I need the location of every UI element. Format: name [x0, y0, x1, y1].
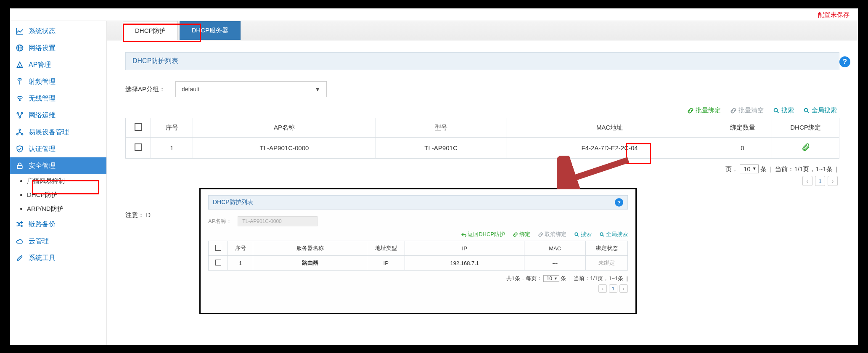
ap-group-select[interactable]: default ▼ [175, 81, 327, 97]
ov-pager-status: 当前：1/1页，1~1条 [574, 275, 623, 281]
svg-point-4 [19, 100, 21, 101]
ov-col-server: 服务器名称 [253, 241, 367, 256]
nav-security-mgmt[interactable]: 安全管理 [10, 157, 106, 174]
bulk-clear-button[interactable]: 批量清空 [730, 106, 764, 114]
nav-label: 系统状态 [29, 27, 56, 36]
tools-icon [15, 253, 24, 263]
per-page-select[interactable]: 10 [740, 165, 759, 173]
table-header-row: 序号 AP名称 型号 MAC地址 绑定数量 DHCP绑定 [126, 118, 839, 138]
nav-rf-mgmt[interactable]: 射频管理 [10, 73, 106, 90]
svg-point-7 [19, 117, 20, 118]
nav-system-tools[interactable]: 系统工具 [10, 249, 106, 266]
sidebar: 系统状态 网络设置 AP管理 射频管理 [10, 21, 107, 345]
ov-col-mac: MAC [524, 241, 586, 256]
search-button[interactable]: 搜索 [773, 106, 794, 114]
ov-col-status: 绑定状态 [586, 241, 628, 256]
svg-point-8 [19, 129, 20, 130]
action-label: 批量清空 [738, 106, 764, 114]
ov-pager-prev[interactable]: ‹ [598, 284, 607, 293]
nav-label: 链路备份 [29, 220, 56, 229]
col-mac: MAC地址 [506, 118, 713, 138]
tab-dhcp-server[interactable]: DHCP服务器 [180, 21, 241, 40]
unlink-icon [730, 107, 737, 114]
ov-pager-next[interactable]: › [619, 284, 628, 293]
cell-apname: TL-AP901C-0000 [193, 138, 376, 159]
search-globe-icon [599, 232, 605, 237]
cloud-icon [15, 236, 24, 246]
tab-dhcp-protect[interactable]: DHCP防护 [123, 21, 178, 40]
svg-point-6 [21, 112, 22, 114]
overlay-apname-label: AP名称： [208, 218, 232, 225]
ap-table: 序号 AP名称 型号 MAC地址 绑定数量 DHCP绑定 1 TL-AP901 [125, 118, 839, 159]
nav-ap-mgmt[interactable]: AP管理 [10, 56, 106, 73]
nav-cloud-mgmt[interactable]: 云管理 [10, 233, 106, 249]
pager-page-1[interactable]: 1 [815, 176, 825, 186]
bulk-bind-button[interactable]: 批量绑定 [687, 106, 721, 114]
overlay-title: DHCP防护列表 [213, 199, 253, 206]
globe-icon [15, 43, 24, 53]
nav-link-backup[interactable]: 链路备份 [10, 216, 106, 233]
link-icon [687, 107, 694, 114]
topology-icon [15, 127, 24, 137]
overlay-help-icon[interactable]: ? [615, 198, 623, 207]
action-label: 全局搜索 [812, 106, 837, 114]
back-button[interactable]: 返回DHCP防护 [461, 231, 505, 238]
nodes-icon [15, 111, 24, 120]
nav-auth-mgmt[interactable]: 认证管理 [10, 141, 106, 157]
chevron-down-icon: ▼ [315, 86, 320, 93]
pager-next[interactable]: › [828, 176, 838, 186]
pager-unit: 条 [760, 165, 767, 173]
ov-cell-mac: --- [524, 256, 586, 271]
svg-point-12 [774, 108, 778, 111]
ov-col-ip: IP [405, 241, 524, 256]
help-icon[interactable]: ? [839, 56, 850, 67]
ov-pager-page-1[interactable]: 1 [609, 284, 617, 293]
overlay-search-button[interactable]: 搜索 [574, 231, 592, 238]
ap-group-label: 选择AP分组： [125, 85, 165, 93]
ov-per-page-select[interactable]: 10 [543, 275, 559, 282]
bind-button[interactable]: 绑定 [513, 231, 530, 238]
wifi-icon [15, 94, 24, 103]
nav-easy-expand[interactable]: 易展设备管理 [10, 124, 106, 141]
tab-bar: DHCP防护 DHCP服务器 [107, 21, 858, 40]
overlay-apname-field: TL-AP901C-0000 [238, 216, 318, 226]
nav-network-ops[interactable]: 网络运维 [10, 107, 106, 124]
action-label: 返回DHCP防护 [468, 231, 505, 238]
nav-wireless-mgmt[interactable]: 无线管理 [10, 90, 106, 107]
pager-prev[interactable]: ‹ [802, 176, 812, 186]
overlay-global-search-button[interactable]: 全局搜索 [599, 231, 628, 238]
shuffle-icon [15, 220, 24, 229]
svg-point-10 [21, 133, 23, 135]
paperclip-icon[interactable] [801, 143, 810, 152]
sub-broadcast-storm[interactable]: 广播风暴抑制 [27, 174, 106, 188]
ov-pager-unit: 条 [561, 275, 566, 281]
overlay-row-checkbox[interactable] [215, 260, 221, 265]
ov-cell-ip: 192.168.7.1 [405, 256, 524, 271]
sub-dhcp-protect[interactable]: DHCP防护 [27, 188, 106, 202]
svg-point-15 [600, 233, 603, 236]
svg-point-3 [19, 66, 20, 67]
select-all-checkbox[interactable] [135, 123, 142, 131]
global-search-button[interactable]: 全局搜索 [803, 106, 837, 114]
sub-label: DHCP防护 [27, 191, 58, 198]
nav-label: 射频管理 [29, 77, 56, 86]
action-label: 取消绑定 [545, 231, 566, 238]
overlay-select-all-checkbox[interactable] [215, 245, 221, 251]
sub-label: ARP/ND防护 [27, 205, 64, 212]
unbind-button[interactable]: 取消绑定 [538, 231, 566, 238]
ov-pager-total: 共1条，每页： [506, 275, 542, 281]
cell-model: TL-AP901C [376, 138, 506, 159]
cell-count: 0 [713, 138, 772, 159]
unlink-icon [538, 232, 543, 237]
ov-cell-status: 未绑定 [586, 256, 628, 271]
nav-network-settings[interactable]: 网络设置 [10, 40, 106, 56]
back-arrow-icon [461, 232, 466, 237]
sub-arp-nd[interactable]: ARP/ND防护 [27, 202, 106, 216]
nav-system-status[interactable]: 系统状态 [10, 23, 106, 40]
search-icon [574, 232, 580, 237]
link-icon [513, 232, 518, 237]
search-icon [773, 107, 780, 114]
row-checkbox[interactable] [135, 143, 142, 151]
table-row: 1 TL-AP901C-0000 TL-AP901C F4-2A-7D-E2-2… [126, 138, 839, 159]
sub-label: 广播风暴抑制 [27, 177, 65, 184]
